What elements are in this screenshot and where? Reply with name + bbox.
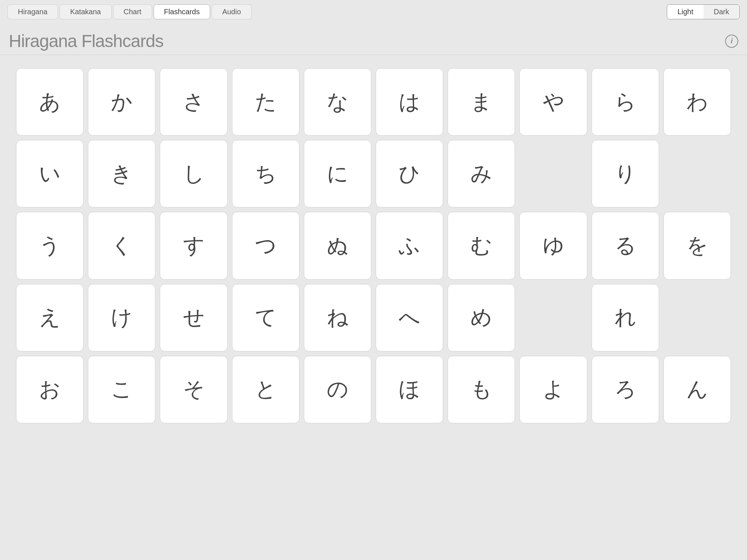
flashcard-ま[interactable]: ま (448, 68, 515, 136)
flashcard-か[interactable]: か (88, 68, 155, 136)
flashcard-や[interactable]: や (519, 68, 587, 136)
flashcard-れ[interactable]: れ (592, 284, 659, 351)
flashcard-い[interactable]: い (16, 140, 84, 207)
flashcard-な[interactable]: な (304, 68, 371, 136)
flashcard-ね[interactable]: ね (304, 284, 371, 351)
flashcard-ほ[interactable]: ほ (376, 356, 443, 423)
page-title: Hiragana Flashcards (9, 31, 163, 51)
flashcard-ら[interactable]: ら (592, 68, 659, 136)
theme-light-button[interactable]: Light (667, 5, 703, 19)
tab-flashcards[interactable]: Flashcards (154, 4, 210, 19)
flashcard-く[interactable]: く (88, 212, 155, 279)
flashcard-せ[interactable]: せ (160, 284, 227, 351)
page-header: Hiragana Flashcards i (0, 24, 747, 55)
flashcard-ゆ[interactable]: ゆ (519, 212, 587, 279)
flashcard-き[interactable]: き (88, 140, 155, 207)
grid-container: あかさたなはまやらわいきしちにひみりうくすつぬふむゆるをえけせてねへめれおこそと… (0, 55, 747, 436)
flashcard-と[interactable]: と (232, 356, 299, 423)
flashcard-empty (519, 284, 587, 351)
flashcard-に[interactable]: に (304, 140, 371, 207)
flashcard-ち[interactable]: ち (232, 140, 299, 207)
flashcard-こ[interactable]: こ (88, 356, 155, 423)
flashcard-empty (663, 140, 731, 207)
flashcard-お[interactable]: お (16, 356, 84, 423)
tab-hiragana[interactable]: Hiragana (7, 4, 58, 19)
flashcard-ひ[interactable]: ひ (376, 140, 443, 207)
flashcard-も[interactable]: も (448, 356, 515, 423)
flashcard-grid: あかさたなはまやらわいきしちにひみりうくすつぬふむゆるをえけせてねへめれおこそと… (7, 61, 740, 431)
flashcard-み[interactable]: み (448, 140, 515, 207)
flashcard-ろ[interactable]: ろ (592, 356, 659, 423)
flashcard-め[interactable]: め (448, 284, 515, 351)
flashcard-う[interactable]: う (16, 212, 84, 279)
flashcard-す[interactable]: す (160, 212, 227, 279)
flashcard-る[interactable]: る (592, 212, 659, 279)
flashcard-て[interactable]: て (232, 284, 299, 351)
flashcard-は[interactable]: は (376, 68, 443, 136)
tab-chart[interactable]: Chart (113, 4, 152, 19)
tab-audio[interactable]: Audio (212, 4, 251, 19)
flashcard-よ[interactable]: よ (519, 356, 587, 423)
tab-katakana[interactable]: Katakana (59, 4, 112, 19)
flashcard-わ[interactable]: わ (663, 68, 731, 136)
flashcard-さ[interactable]: さ (160, 68, 227, 136)
theme-dark-button[interactable]: Dark (704, 5, 739, 19)
flashcard-そ[interactable]: そ (160, 356, 227, 423)
flashcard-し[interactable]: し (160, 140, 227, 207)
flashcard-け[interactable]: け (88, 284, 155, 351)
info-icon[interactable]: i (725, 35, 738, 48)
flashcard-ふ[interactable]: ふ (376, 212, 443, 279)
flashcard-empty (663, 284, 731, 351)
flashcard-た[interactable]: た (232, 68, 299, 136)
flashcard-ん[interactable]: ん (663, 356, 731, 423)
flashcard-を[interactable]: を (663, 212, 731, 279)
flashcard-り[interactable]: り (592, 140, 659, 207)
nav-tabs: Hiragana Katakana Chart Flashcards Audio (7, 4, 252, 19)
flashcard-え[interactable]: え (16, 284, 84, 351)
flashcard-あ[interactable]: あ (16, 68, 84, 136)
flashcard-つ[interactable]: つ (232, 212, 299, 279)
flashcard-ぬ[interactable]: ぬ (304, 212, 371, 279)
flashcard-の[interactable]: の (304, 356, 371, 423)
flashcard-へ[interactable]: へ (376, 284, 443, 351)
flashcard-empty (519, 140, 587, 207)
top-nav: Hiragana Katakana Chart Flashcards Audio… (0, 0, 747, 24)
flashcard-む[interactable]: む (448, 212, 515, 279)
theme-toggle: Light Dark (667, 4, 740, 19)
